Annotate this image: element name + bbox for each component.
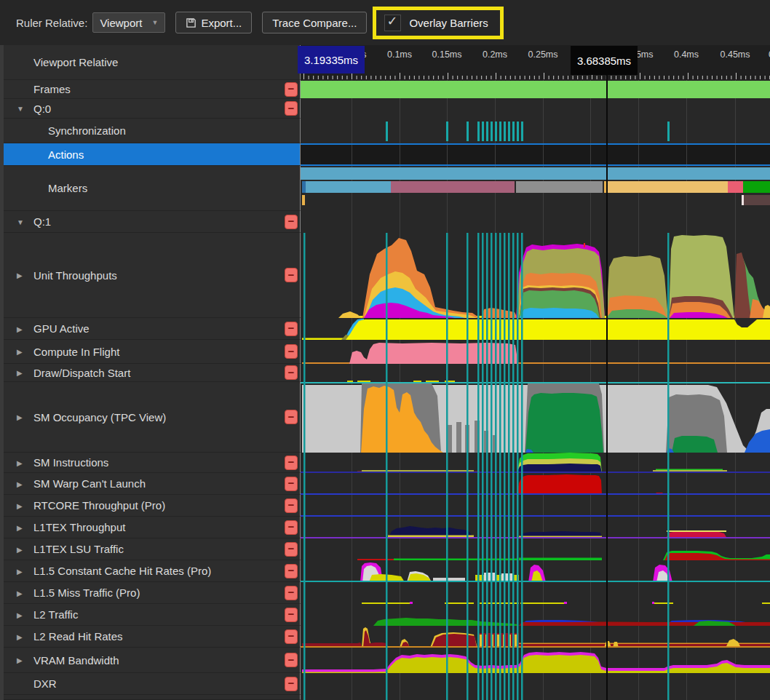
expand-arrow-icon[interactable]: ▶ bbox=[17, 271, 23, 279]
remove-row-button[interactable]: − bbox=[285, 653, 298, 667]
chart-sm-instructions[interactable] bbox=[301, 453, 770, 473]
expand-arrow-icon[interactable]: ▶ bbox=[17, 348, 23, 356]
row-bottom-filler bbox=[0, 695, 770, 700]
sidebar-item-draw-dispatch-start[interactable]: ▶Draw/Dispatch Start− bbox=[0, 364, 301, 382]
chart-l15-constant-cache-hit-rates[interactable] bbox=[301, 560, 770, 582]
sidebar-item-sm-warp-cant-launch[interactable]: ▶SM Warp Can't Launch− bbox=[0, 473, 301, 495]
remove-row-button[interactable]: − bbox=[285, 410, 298, 424]
chart-dxr[interactable] bbox=[301, 673, 770, 695]
chart-l1tex-lsu-traffic[interactable] bbox=[301, 538, 770, 560]
sidebar-item-markers[interactable]: Markers bbox=[0, 166, 301, 211]
chart-sm-occupancy[interactable] bbox=[301, 382, 770, 453]
expand-arrow-icon[interactable]: ▶ bbox=[17, 632, 23, 640]
sidebar-item-frames[interactable]: Frames− bbox=[0, 80, 301, 99]
sidebar-item-l2-traffic[interactable]: ▶L2 Traffic− bbox=[0, 604, 301, 626]
expand-arrow-icon[interactable]: ▶ bbox=[17, 325, 23, 333]
chart-compute-in-flight[interactable] bbox=[301, 340, 770, 364]
trace-compare-button[interactable]: Trace Compare... bbox=[262, 12, 367, 33]
chart-sm-warp-cant-launch[interactable] bbox=[301, 473, 770, 495]
chart-canvas bbox=[301, 695, 770, 700]
sidebar-item-unit-throughputs[interactable]: ▶Unit Throughputs− bbox=[0, 233, 301, 318]
expand-arrow-icon[interactable]: ▶ bbox=[17, 501, 23, 509]
remove-row-button[interactable]: − bbox=[285, 101, 298, 116]
sidebar-item-sm-instructions[interactable]: ▶SM Instructions− bbox=[0, 453, 301, 473]
sidebar-item-bottom-filler[interactable] bbox=[0, 695, 301, 700]
sidebar-item-l2-read-hit-rates[interactable]: ▶L2 Read Hit Rates− bbox=[0, 626, 301, 648]
sidebar-item-viewport-relative[interactable]: Viewport Relative bbox=[0, 45, 301, 80]
chart-vram-bandwidth[interactable] bbox=[301, 648, 770, 673]
sidebar-item-l1tex-throughput[interactable]: ▶L1TEX Throughput− bbox=[0, 517, 301, 538]
sidebar-item-sm-occupancy[interactable]: ▶SM Occupancy (TPC View)− bbox=[0, 382, 301, 453]
sidebar-item-dxr[interactable]: DXR− bbox=[0, 673, 301, 695]
sidebar-item-q1[interactable]: ▼Q:1− bbox=[0, 211, 301, 233]
cursor-line bbox=[606, 211, 608, 233]
remove-row-button[interactable]: − bbox=[285, 498, 298, 513]
cursor-line bbox=[606, 143, 608, 166]
chart-synchronization[interactable] bbox=[301, 119, 770, 143]
row-label: Frames bbox=[0, 83, 71, 95]
expand-arrow-icon[interactable]: ▶ bbox=[17, 545, 23, 553]
chart-l1tex-throughput[interactable] bbox=[301, 517, 770, 538]
chart-l2-read-hit-rates[interactable] bbox=[301, 626, 770, 648]
chart-q1[interactable] bbox=[301, 211, 770, 233]
row-vram-bandwidth: ▶VRAM Bandwidth− bbox=[0, 648, 770, 673]
remove-row-button[interactable]: − bbox=[285, 677, 298, 691]
ruler-relative-dropdown[interactable]: Viewport ▼ bbox=[92, 12, 165, 33]
sidebar-item-l1tex-lsu-traffic[interactable]: ▶L1TEX LSU Traffic− bbox=[0, 538, 301, 560]
remove-row-button[interactable]: − bbox=[285, 344, 298, 359]
chart-actions[interactable] bbox=[301, 143, 770, 166]
sidebar-item-l15-constant-cache-hit-rates[interactable]: ▶L1.5 Constant Cache Hit Rates (Pro)− bbox=[0, 560, 301, 582]
remove-row-button[interactable]: − bbox=[285, 456, 298, 470]
chart-frames[interactable] bbox=[301, 80, 770, 99]
chart-draw-dispatch-start[interactable] bbox=[301, 364, 770, 382]
chart-bottom-filler[interactable] bbox=[301, 695, 770, 700]
chart-q0[interactable] bbox=[301, 99, 770, 119]
expand-arrow-icon[interactable]: ▶ bbox=[17, 656, 23, 664]
chart-unit-throughputs[interactable] bbox=[301, 233, 770, 318]
expand-arrow-icon[interactable]: ▶ bbox=[17, 413, 23, 421]
overlay-barriers-checkbox[interactable]: ✓ bbox=[384, 15, 401, 31]
collapse-arrow-icon[interactable]: ▼ bbox=[17, 105, 24, 113]
collapse-arrow-icon[interactable]: ▼ bbox=[17, 218, 24, 226]
expand-arrow-icon[interactable]: ▶ bbox=[17, 458, 23, 466]
expand-arrow-icon[interactable]: ▶ bbox=[17, 610, 23, 619]
timeline-ruler[interactable]: 00.05ms0.1ms0.15ms0.2ms0.25ms0.3ms0.35ms… bbox=[301, 45, 770, 80]
gridlines bbox=[352, 99, 736, 119]
chart-l2-traffic[interactable] bbox=[301, 604, 770, 626]
remove-row-button[interactable]: − bbox=[285, 564, 298, 578]
chart-l15-miss-traffic[interactable] bbox=[301, 582, 770, 604]
remove-row-button[interactable]: − bbox=[285, 82, 298, 97]
remove-row-button[interactable]: − bbox=[285, 586, 298, 600]
sidebar-item-rtcore-throughput[interactable]: ▶RTCORE Throughput (Pro)− bbox=[0, 495, 301, 517]
chart-rtcore-throughput[interactable] bbox=[301, 495, 770, 517]
sidebar-item-actions[interactable]: Actions bbox=[0, 143, 301, 166]
cursor-line bbox=[606, 626, 608, 648]
remove-row-button[interactable]: − bbox=[285, 608, 298, 622]
remove-row-button[interactable]: − bbox=[285, 542, 298, 557]
remove-row-button[interactable]: − bbox=[285, 268, 298, 282]
export-button[interactable]: Export... bbox=[175, 12, 252, 33]
expand-arrow-icon[interactable]: ▶ bbox=[17, 480, 23, 488]
remove-row-button[interactable]: − bbox=[285, 520, 298, 535]
sidebar-item-gpu-active[interactable]: ▶GPU Active− bbox=[0, 318, 301, 340]
chart-gpu-active[interactable] bbox=[301, 318, 770, 340]
expand-arrow-icon[interactable]: ▶ bbox=[17, 589, 23, 597]
sidebar-item-synchronization[interactable]: Synchronization bbox=[0, 119, 301, 143]
sidebar-item-vram-bandwidth[interactable]: ▶VRAM Bandwidth− bbox=[0, 648, 301, 673]
sidebar-item-q0[interactable]: ▼Q:0− bbox=[0, 99, 301, 119]
chart-markers[interactable] bbox=[301, 166, 770, 211]
expand-arrow-icon[interactable]: ▶ bbox=[17, 369, 23, 377]
remove-row-button[interactable]: − bbox=[285, 215, 298, 229]
expand-arrow-icon[interactable]: ▶ bbox=[17, 523, 23, 531]
remove-row-button[interactable]: − bbox=[285, 629, 298, 644]
cursor-line bbox=[606, 99, 608, 119]
row-markers: Markers bbox=[0, 166, 770, 211]
remove-row-button[interactable]: − bbox=[285, 365, 298, 380]
sidebar-item-compute-in-flight[interactable]: ▶Compute In Flight− bbox=[0, 340, 301, 364]
selection-start-marker[interactable]: 3.19335ms bbox=[298, 46, 365, 73]
remove-row-button[interactable]: − bbox=[285, 477, 298, 491]
remove-row-button[interactable]: − bbox=[285, 322, 298, 336]
ruler-tick-label: 0.4ms bbox=[674, 49, 699, 60]
sidebar-item-l15-miss-traffic[interactable]: ▶L1.5 Miss Traffic (Pro)− bbox=[0, 582, 301, 604]
expand-arrow-icon[interactable]: ▶ bbox=[17, 567, 23, 575]
